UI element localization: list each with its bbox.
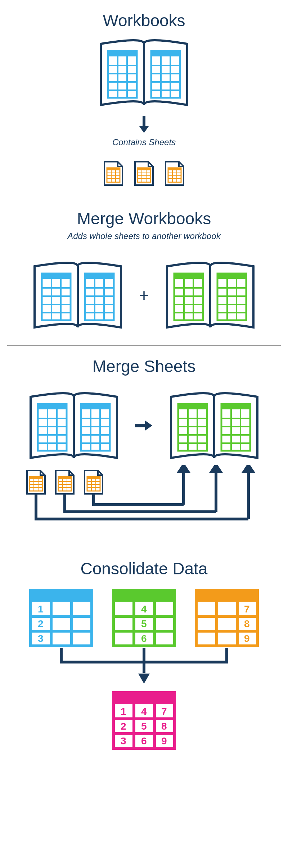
table-green: 4 5 6 [112,588,176,648]
plus-operator: + [139,285,149,305]
svg-rect-19 [107,168,120,170]
cell: 2 [38,618,44,629]
cell: 1 [38,603,44,615]
cell: 9 [244,633,250,644]
arrow-down-icon [137,116,151,134]
cell: 7 [161,706,167,717]
sheet-file-icon [133,160,155,187]
workbook-blue-icon [24,256,132,335]
cell: 5 [141,618,147,629]
merge-sheets-title: Merge Sheets [93,357,195,376]
svg-rect-26 [138,168,150,170]
cell: 6 [141,735,147,747]
svg-rect-152 [113,693,175,704]
svg-rect-80 [81,404,110,409]
sheets-flow-arrows [14,465,274,537]
svg-rect-119 [58,477,71,479]
svg-rect-126 [87,477,100,479]
svg-rect-133 [31,590,92,602]
svg-marker-17 [139,126,149,133]
merge-workbooks-title: Merge Workbooks [77,209,211,228]
cell: 7 [244,603,250,615]
merge-sheets-books [20,386,268,465]
svg-marker-106 [179,465,188,472]
consolidate-title: Consolidate Data [81,559,208,578]
workbook-green-icon [160,386,268,465]
svg-rect-56 [174,274,203,279]
svg-rect-64 [217,274,246,279]
table-blue: 1 2 3 [29,588,94,648]
merge-books-row: + [24,256,264,335]
svg-rect-139 [113,590,175,602]
svg-marker-108 [212,465,220,472]
source-tables: 1 2 3 4 5 6 7 8 9 [29,588,259,648]
svg-rect-40 [42,274,71,279]
section-consolidate: Consolidate Data 1 2 3 4 5 6 [0,548,288,761]
section-merge-sheets: Merge Sheets [0,346,288,548]
cell: 2 [121,721,126,732]
cell: 6 [141,633,147,644]
cell: 9 [161,735,167,747]
sheets-row [103,160,185,187]
consolidate-arrows [29,648,259,691]
cell: 5 [141,721,147,732]
svg-rect-1 [108,51,137,56]
svg-marker-88 [145,421,152,431]
cell: 8 [244,618,250,629]
sheet-file-icon [103,160,124,187]
svg-rect-48 [85,274,114,279]
workbook-blue-icon [20,386,128,465]
cell: 3 [38,633,44,644]
svg-marker-150 [138,674,150,684]
section-workbooks: Workbooks Contains Sheets [0,0,288,198]
table-pink: 1 4 7 2 5 8 3 6 9 [112,691,176,750]
cell: 3 [121,735,126,747]
cell: 4 [141,603,147,615]
contains-sheets-label: Contains Sheets [112,137,176,147]
workbook-green-icon [156,256,264,335]
cell: 1 [121,706,126,717]
svg-rect-9 [151,51,180,56]
arrow-right-icon [135,418,153,433]
svg-rect-112 [30,477,42,479]
section-merge-workbooks: Merge Workbooks Adds whole sheets to ano… [0,198,288,345]
workbook-icon [90,33,198,112]
svg-rect-33 [168,168,181,170]
merge-workbooks-subtitle: Adds whole sheets to another workbook [67,231,221,241]
cell: 8 [161,721,167,732]
sheet-file-icon [164,160,185,187]
table-orange: 7 8 9 [194,588,259,648]
svg-rect-145 [196,590,257,602]
workbooks-title: Workbooks [103,11,185,30]
svg-rect-72 [38,404,67,409]
cell: 4 [141,706,147,717]
svg-marker-110 [244,465,253,472]
svg-rect-90 [178,404,207,409]
svg-rect-98 [221,404,250,409]
